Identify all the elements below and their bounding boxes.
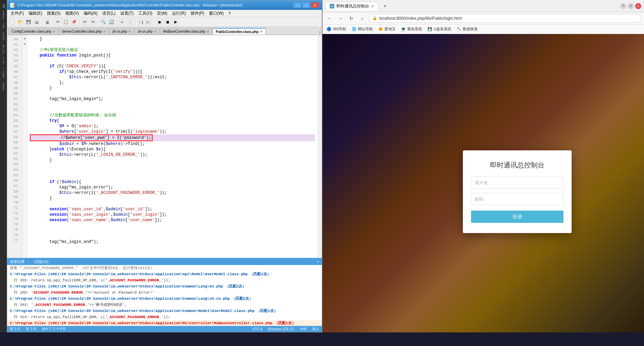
tab-close-publiccontroller[interactable]: ✕: [260, 30, 263, 33]
line-number-52: 52: [7, 102, 20, 107]
line-number-46: 46: [7, 69, 20, 75]
toolbar-cut[interactable]: ✂: [54, 18, 62, 26]
browser-minimize[interactable]: ─: [620, 3, 626, 9]
search-result-2[interactable]: 行 355: return sp_api_fail(ERR_OP_ERR, L(…: [7, 277, 322, 283]
toolbar-redo[interactable]: ↪: [89, 18, 97, 26]
username-input[interactable]: [471, 177, 563, 189]
toolbar-macro-stop[interactable]: ⏹: [164, 18, 171, 26]
toolbar-copy[interactable]: 📋: [62, 18, 70, 26]
menu-encode[interactable]: 编码(N): [82, 10, 100, 17]
toolbar-saveall[interactable]: 🗂: [33, 18, 40, 26]
fold-indicator-55[interactable]: ▼: [22, 42, 27, 47]
menu-file[interactable]: 文件(F): [8, 10, 26, 17]
bookmark-nav[interactable]: 🌐 网址导航: [350, 26, 374, 32]
menu-settings[interactable]: 设置(T): [118, 10, 136, 17]
search-result-0[interactable]: 搜索 "_ACCOUNT_PASSWORD_ERROR_" （6个文件中匹配到6…: [7, 265, 322, 271]
refresh-button[interactable]: ↻: [347, 14, 356, 23]
browser-tab-label: 即时通讯总控制台: [336, 3, 369, 9]
browser-favicon: ⚡: [330, 4, 334, 9]
minimize-button[interactable]: ─: [293, 2, 301, 8]
tab-close-zhcn1[interactable]: ✕: [128, 30, 131, 33]
status-selected: 选中了 0 个字符: [42, 327, 66, 331]
forward-button[interactable]: →: [336, 14, 345, 23]
toolbar-zoom-in[interactable]: +: [118, 18, 126, 26]
tab-msbasecontroller[interactable]: MsBaseController.class.php ✕: [160, 28, 212, 35]
toolbar-open[interactable]: 📂: [17, 18, 24, 26]
menu-search[interactable]: 搜索(S): [45, 10, 63, 17]
menu-lang[interactable]: 语言(L): [100, 10, 118, 17]
search-result-5[interactable]: C:\Program Files (x86)\IM Console\IM Con…: [7, 296, 322, 302]
line-number-51: 51: [7, 96, 20, 102]
toolbar-paste[interactable]: 📌: [70, 18, 78, 26]
notepad-titlebar: 📝 C:\Program Files (x86)\IM Console\IM C…: [7, 0, 322, 10]
browser-titlebar: ⚡ 即时通讯总控制台 ✕ + ─ □ ✕: [323, 0, 644, 12]
menu-view[interactable]: 视图(V): [63, 10, 81, 17]
tab-close-msbasecontroller[interactable]: ✕: [207, 30, 209, 33]
menu-bar: 文件(F) 编辑(E) 搜索(S) 视图(V) 编码(N) 语言(L) 设置(T…: [7, 10, 322, 17]
toolbar-print[interactable]: 🖨: [43, 18, 51, 26]
browser-maximize[interactable]: □: [628, 3, 634, 9]
search-result-6[interactable]: 行 263: '_ACCOUNT_PASSWORD_ERROR_'=>'帐号或密…: [7, 302, 322, 308]
fold-indicator-43[interactable]: ▼: [22, 36, 27, 42]
toolbar-save[interactable]: 💾: [25, 18, 32, 26]
code-content[interactable]: } //Ms管理员登入验证 public function login_post…: [27, 35, 318, 258]
toolbar-macro-record[interactable]: ⏺: [156, 18, 163, 26]
bookmark-reinstall[interactable]: 💻 重装系统: [400, 26, 423, 32]
search-result-8[interactable]: 行 424: return sp_api_fail(ERR_OP_ERR, L(…: [7, 314, 322, 320]
tab-publiccontroller[interactable]: PublicController.class.php ✕: [213, 28, 266, 35]
new-tab-button[interactable]: +: [380, 1, 390, 11]
tab-configcontroller[interactable]: ConfigController.class.php ✕: [8, 28, 58, 35]
search-result-7[interactable]: C:\Program Files (x86)\IM Console\IM Con…: [7, 308, 322, 314]
home-button[interactable]: ⌂: [358, 14, 367, 23]
address-bar[interactable]: 🔒 localhost:8000/index.php/Ms/Public/log…: [369, 14, 641, 23]
close-button[interactable]: ✕: [311, 2, 319, 8]
maximize-button[interactable]: □: [302, 2, 310, 8]
tab-zhcn1[interactable]: zh-cn.php ✕: [109, 28, 134, 35]
search-result-4[interactable]: 行 268: 'ACCOUNT_PASSWORD_ERROR_'=>'Accou…: [7, 290, 322, 296]
toolbar-undo[interactable]: ↩: [81, 18, 88, 26]
menu-window[interactable]: 窗口(W): [207, 10, 226, 17]
bookmark-360[interactable]: 🔵 360导航: [325, 26, 348, 32]
line-number-42: 42: [7, 47, 20, 53]
browser-tab-close[interactable]: ✕: [371, 4, 374, 8]
back-button[interactable]: ←: [325, 14, 334, 23]
toolbar-replace[interactable]: 🔄: [108, 18, 115, 26]
tab-close-configcontroller[interactable]: ✕: [53, 30, 55, 33]
line-number-60: 60: [7, 145, 20, 151]
fold-column: ▼ ▼: [22, 35, 27, 258]
toolbar-find[interactable]: 🔍: [100, 18, 107, 26]
search-result-9[interactable]: C:\Program Files (x86)\IM Console\IM Con…: [7, 320, 322, 326]
status-type: Windows (CR LF): [268, 327, 295, 331]
menu-plugins[interactable]: 插件(P): [189, 10, 206, 17]
password-input[interactable]: [471, 193, 563, 205]
bookmark-taobao[interactable]: 🔶 爱淘宝: [377, 26, 397, 32]
toolbar-indent[interactable]: →|: [137, 18, 144, 26]
menu-tools[interactable]: 工具(O): [136, 10, 154, 17]
toolbar-macro-play[interactable]: ▶: [172, 18, 179, 26]
menu-run[interactable]: 运行(R): [170, 10, 188, 17]
toolbar-new[interactable]: 📄: [8, 18, 16, 26]
sidebar-label-class1: class.: [2, 11, 5, 20]
vertical-scrollbar[interactable]: [318, 35, 322, 258]
tab-zhcn2[interactable]: zh-cn.php ✕: [135, 28, 160, 35]
toolbar-outdent[interactable]: |←: [145, 18, 153, 26]
search-results-close[interactable]: ×: [317, 260, 319, 264]
toolbar-zoom-out[interactable]: -: [126, 18, 134, 26]
line-number-40: 40: [7, 36, 20, 42]
menu-help[interactable]: ?: [226, 11, 233, 17]
tab-close-servercontroller[interactable]: ✕: [103, 30, 106, 33]
login-button[interactable]: 登录: [471, 211, 563, 223]
bookmark-reinstall-favicon: 💻: [401, 27, 406, 31]
menu-macro[interactable]: 宏(M): [155, 10, 169, 17]
search-result-3[interactable]: C:\Program Files (x86)\IM Console\IM Con…: [7, 283, 322, 290]
tab-servercontroller[interactable]: ServerController.class.php ✕: [59, 28, 109, 35]
browser-close[interactable]: ✕: [635, 3, 641, 9]
browser-tab[interactable]: ⚡ 即时通讯总控制台 ✕: [325, 2, 378, 11]
bookmark-recovery[interactable]: 🔧 数据恢复: [455, 26, 479, 32]
tab-close-zhcn2[interactable]: ✕: [154, 30, 157, 33]
bookmark-udisk[interactable]: 💾 U盘装系统: [426, 26, 453, 32]
search-result-1[interactable]: C:\Program Files (x86)\IM Console\IM Con…: [7, 271, 322, 277]
menu-edit[interactable]: 编辑(E): [27, 10, 44, 17]
tab-scroll-right[interactable]: ›: [319, 29, 320, 35]
status-col: 第 1 列: [26, 327, 36, 331]
